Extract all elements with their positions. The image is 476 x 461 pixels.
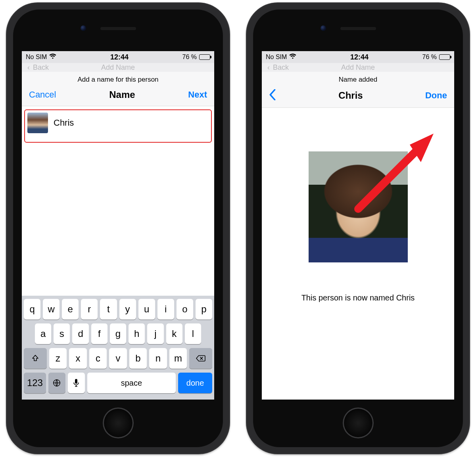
- sheet-header: Name added Chris Done: [262, 72, 454, 108]
- sheet-hint: Add a name for this person: [22, 72, 214, 87]
- page-title: Chris: [338, 90, 363, 101]
- status-bar: No SIM 12:44 76 %: [22, 51, 214, 63]
- person-photo: [309, 151, 408, 262]
- key-n[interactable]: n: [149, 348, 167, 369]
- underlying-nav: ‹ Back Add Name: [22, 63, 214, 72]
- key-k[interactable]: k: [166, 323, 182, 344]
- key-b[interactable]: b: [129, 348, 147, 369]
- carrier-label: No SIM: [266, 54, 287, 61]
- cancel-button[interactable]: Cancel: [29, 90, 56, 100]
- key-s[interactable]: s: [54, 323, 70, 344]
- phone-camera: [321, 25, 326, 31]
- key-m[interactable]: m: [169, 348, 187, 369]
- home-button[interactable]: [343, 407, 374, 438]
- sheet-hint: Name added: [262, 72, 454, 87]
- shift-key[interactable]: [24, 348, 47, 369]
- keyboard-done-key[interactable]: done: [178, 373, 212, 393]
- carrier-label: No SIM: [26, 54, 47, 61]
- mic-key[interactable]: [68, 373, 85, 393]
- svg-rect-1: [75, 379, 77, 384]
- space-key[interactable]: space: [87, 373, 176, 393]
- home-button[interactable]: [103, 407, 134, 438]
- phone-speaker: [340, 27, 376, 30]
- key-c[interactable]: c: [89, 348, 107, 369]
- screen-right: No SIM 12:44 76 % ‹ Back Add Name Name a…: [262, 51, 454, 400]
- battery-percent: 76 %: [422, 54, 437, 61]
- key-j[interactable]: j: [147, 323, 163, 344]
- key-f[interactable]: f: [91, 323, 107, 344]
- key-w[interactable]: w: [43, 299, 60, 319]
- battery-icon: [439, 54, 450, 60]
- key-a[interactable]: a: [35, 323, 51, 344]
- key-z[interactable]: z: [49, 348, 67, 369]
- key-l[interactable]: l: [185, 323, 201, 344]
- keyboard: qwertyuiop asdfghjkl zxcvbnm 123 space d…: [22, 296, 214, 400]
- key-g[interactable]: g: [110, 323, 126, 344]
- key-x[interactable]: x: [69, 348, 86, 369]
- key-d[interactable]: d: [72, 323, 88, 344]
- key-123[interactable]: 123: [24, 373, 46, 393]
- phone-frame: No SIM 12:44 76 % ‹ Back Add Name Name a…: [246, 2, 470, 454]
- confirm-text: This person is now named Chris: [301, 293, 415, 302]
- wifi-icon: [49, 54, 56, 61]
- name-input-value[interactable]: Chris: [54, 118, 74, 128]
- key-h[interactable]: h: [129, 323, 145, 344]
- key-v[interactable]: v: [109, 348, 127, 369]
- phone-camera: [81, 25, 86, 31]
- battery-percent: 76 %: [182, 54, 197, 61]
- underlying-nav: ‹ Back Add Name: [262, 63, 454, 72]
- key-q[interactable]: q: [24, 299, 40, 319]
- page-title: Name: [109, 89, 135, 100]
- key-u[interactable]: u: [138, 299, 155, 319]
- face-thumbnail: [27, 113, 48, 133]
- done-button[interactable]: Done: [425, 90, 447, 101]
- backspace-key[interactable]: [189, 348, 212, 369]
- key-r[interactable]: r: [81, 299, 98, 319]
- key-t[interactable]: t: [100, 299, 117, 319]
- back-button[interactable]: [269, 89, 276, 102]
- key-o[interactable]: o: [177, 299, 193, 319]
- key-e[interactable]: e: [62, 299, 79, 319]
- screen-left: No SIM 12:44 76 % ‹ Back Add Name: [22, 51, 214, 400]
- name-input-row[interactable]: Chris: [24, 109, 212, 143]
- phone-speaker: [100, 27, 136, 30]
- wifi-icon: [289, 54, 296, 61]
- next-button[interactable]: Next: [188, 90, 207, 100]
- clock: 12:44: [110, 53, 129, 61]
- clock: 12:44: [350, 53, 369, 61]
- sheet-header: Add a name for this person Cancel Name N…: [22, 72, 214, 106]
- phone-frame: No SIM 12:44 76 % ‹ Back Add Name: [6, 2, 230, 454]
- status-bar: No SIM 12:44 76 %: [262, 51, 454, 63]
- key-i[interactable]: i: [157, 299, 174, 319]
- battery-icon: [199, 54, 210, 60]
- globe-key[interactable]: [48, 373, 65, 393]
- key-y[interactable]: y: [119, 299, 136, 319]
- key-p[interactable]: p: [196, 299, 212, 319]
